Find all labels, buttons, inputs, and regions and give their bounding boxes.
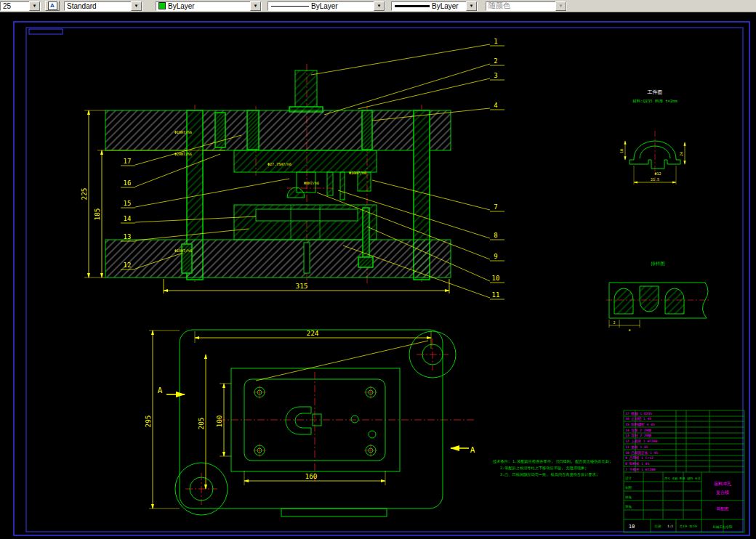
balloon-number: 10 bbox=[492, 275, 500, 282]
lineweight-combo[interactable]: ByLayer ▼ bbox=[391, 1, 478, 11]
balloon-number: 4 bbox=[494, 102, 497, 109]
balloon-number: 14 bbox=[124, 215, 132, 222]
linetype-value: ByLayer bbox=[309, 2, 374, 10]
workpiece-dim: 10 bbox=[619, 149, 624, 153]
drawn-label: 制图 bbox=[625, 486, 632, 490]
text-style-combo[interactable]: Standard ▼ bbox=[64, 1, 142, 11]
balloon-number: 8 bbox=[494, 232, 497, 239]
text-style-icon: A bbox=[48, 1, 57, 10]
color-swatch-icon bbox=[158, 2, 166, 9]
strip-title: 排样图 bbox=[651, 261, 665, 267]
dim-plan-width-top: 224 bbox=[306, 329, 318, 337]
strip-dim: a bbox=[628, 328, 630, 332]
chevron-down-icon[interactable]: ▼ bbox=[131, 1, 142, 11]
plot-style-value: 随颜色 bbox=[486, 1, 555, 11]
balloon-number: 16 bbox=[124, 179, 132, 187]
color-combo[interactable]: ByLayer ▼ bbox=[156, 1, 262, 11]
plot-style-combo: 随颜色 ▼ bbox=[486, 1, 567, 11]
fit-label: Φ18H7/h6 bbox=[174, 248, 192, 253]
dim-width: 315 bbox=[295, 282, 307, 290]
drawing-title-line1: 落料冲孔 bbox=[714, 481, 731, 487]
balloon-number: 13 bbox=[124, 233, 132, 240]
bom-row: 12 上模座 1 HT200 bbox=[625, 439, 657, 443]
note-line: 2.装配后上模沿导柱上下移动应平稳, 无阻滞现象; bbox=[500, 466, 587, 471]
dim-plan-height-mid: 205 bbox=[197, 417, 205, 429]
sheet-count: 共1张 第1张 bbox=[680, 524, 698, 528]
linetype-combo[interactable]: ByLayer ▼ bbox=[268, 1, 385, 11]
balloon-number: 12 bbox=[124, 262, 132, 269]
dim-height-inner: 185 bbox=[93, 208, 101, 220]
chevron-down-icon[interactable]: ▼ bbox=[374, 1, 385, 11]
note-line: 技术条件: 1.装配前应检查各零件, 刃口锋利, 配合面无碰伤及毛刺; bbox=[493, 459, 611, 464]
punch-holder-plate bbox=[234, 150, 377, 172]
drawing-subtitle: 装配图 bbox=[717, 506, 729, 511]
cad-canvas[interactable]: 315 225 185 Φ18H7/h6 Φ20H7/h6 Φ27.75H7/h… bbox=[0, 0, 756, 539]
dim-plan-height-left: 295 bbox=[144, 415, 152, 427]
dim-plan-width-bottom: 160 bbox=[305, 472, 317, 480]
org-name: 机械工程学院 bbox=[713, 524, 733, 529]
linetype-preview-icon bbox=[271, 6, 309, 7]
balloon-number: 17 bbox=[124, 158, 132, 165]
bom-row: 13 导柱 2 20钢 bbox=[625, 433, 651, 437]
balloon-number: 15 bbox=[124, 200, 132, 207]
balloon-number: 11 bbox=[492, 291, 500, 299]
section-mark-a-right: A bbox=[470, 445, 475, 455]
chevron-down-icon[interactable]: ▼ bbox=[29, 1, 40, 11]
text-style-button[interactable]: A bbox=[45, 1, 60, 11]
chevron-down-icon: ▼ bbox=[555, 1, 566, 11]
lineweight-value: ByLayer bbox=[430, 2, 466, 10]
balloon-number: 1 bbox=[494, 38, 497, 45]
color-value: ByLayer bbox=[166, 2, 250, 10]
balloon-number: 3 bbox=[494, 72, 497, 79]
fit-label: Φ18H7/h6 bbox=[174, 130, 192, 134]
fit-label: Φ8H7/h6 bbox=[304, 181, 319, 185]
balloon-number: 7 bbox=[494, 203, 497, 211]
dim-plan-height-inner: 100 bbox=[215, 415, 223, 427]
bom-row: 16 止动销 1 45 bbox=[625, 416, 651, 421]
design-label: 设计 bbox=[625, 476, 632, 480]
balloon-number: 9 bbox=[494, 253, 497, 260]
workpiece-material: 材料:Q235 料厚 t=2mm bbox=[632, 99, 677, 104]
bom-row: 8 卸料板 1 45 bbox=[625, 462, 649, 466]
audit-label: 审核 bbox=[625, 505, 632, 508]
layer-combo-value: 25 bbox=[1, 2, 29, 10]
note-line: 3.凸、凹模间隙应均匀一致, 模具闭合高度符合设计要求; bbox=[500, 472, 598, 477]
bom-row: 11 垫板 1 45 bbox=[625, 445, 648, 449]
check-label: 校核 bbox=[625, 495, 632, 499]
chevron-down-icon[interactable]: ▼ bbox=[466, 1, 477, 11]
balloon-number: 2 bbox=[494, 57, 497, 65]
bom-row: 9 凸凹模 1 Cr12 bbox=[625, 456, 654, 460]
fit-label: Φ27.75H7/h6 bbox=[268, 162, 291, 166]
lower-die-shoe bbox=[105, 240, 451, 277]
fit-label: Φ10H7/h6 bbox=[349, 171, 366, 175]
scale-value: 1:1 bbox=[667, 524, 673, 528]
fit-label: Φ20H7/h6 bbox=[174, 152, 192, 156]
layer-combo[interactable]: 25 ▼ bbox=[0, 1, 41, 11]
bom-row: 14 导套 2 20钢 bbox=[625, 428, 651, 432]
bom-row: 15 卸料螺钉 4 45 bbox=[625, 422, 655, 426]
lineweight-preview-icon bbox=[395, 5, 430, 7]
section-mark-a-left: A bbox=[158, 386, 163, 395]
sheet-number: 10 bbox=[629, 524, 635, 530]
workpiece-dim: 21.5 bbox=[651, 177, 659, 182]
drawing-title-line2: 复合模 bbox=[716, 490, 729, 495]
strip-dim: 2 bbox=[613, 320, 615, 325]
workpiece-title: 工件图 bbox=[648, 89, 663, 95]
text-style-value: Standard bbox=[65, 2, 131, 10]
bom-row: 7 下模座 1 HT200 bbox=[625, 468, 656, 471]
chevron-down-icon[interactable]: ▼ bbox=[250, 1, 261, 11]
properties-toolbar: 25 ▼ A Standard ▼ ByLayer ▼ ByLayer ▼ By… bbox=[0, 0, 756, 12]
shank bbox=[295, 70, 317, 110]
workpiece-dim: Φ12 bbox=[654, 171, 661, 176]
upper-die-shoe bbox=[105, 110, 451, 150]
dim-height-total: 225 bbox=[80, 187, 88, 200]
workpiece-dim: 24 bbox=[679, 152, 683, 156]
